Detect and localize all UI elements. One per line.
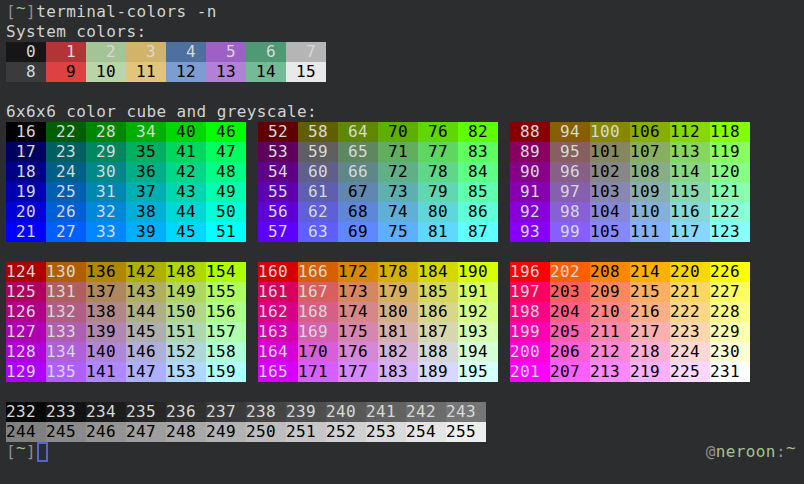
color-swatch-196: 196: [510, 262, 550, 282]
color-swatch-215: 215: [630, 282, 670, 302]
color-swatch-212: 212: [590, 342, 630, 362]
color-swatch-181: 181: [378, 322, 418, 342]
greyscale-row-1: 232233234235236237238239240241242243: [6, 402, 804, 422]
color-swatch-65: 65: [338, 142, 378, 162]
color-swatch-142: 142: [126, 262, 166, 282]
color-swatch-29: 29: [86, 142, 126, 162]
color-swatch-236: 236: [166, 402, 206, 422]
color-swatch-50: 50: [206, 202, 246, 222]
color-swatch-66: 66: [338, 162, 378, 182]
color-swatch-43: 43: [166, 182, 206, 202]
color-swatch-51: 51: [206, 222, 246, 242]
color-swatch-168: 168: [298, 302, 338, 322]
color-swatch-169: 169: [298, 322, 338, 342]
color-swatch-208: 208: [590, 262, 630, 282]
cube-block-124-line-2: 125131137143149155: [6, 282, 246, 302]
color-swatch-131: 131: [46, 282, 86, 302]
color-swatch-248: 248: [166, 422, 206, 442]
color-swatch-58: 58: [298, 122, 338, 142]
color-swatch-64: 64: [338, 122, 378, 142]
color-swatch-108: 108: [630, 162, 670, 182]
color-swatch-118: 118: [710, 122, 750, 142]
color-swatch-177: 177: [338, 362, 378, 382]
color-swatch-40: 40: [166, 122, 206, 142]
color-swatch-198: 198: [510, 302, 550, 322]
color-swatch-93: 93: [510, 222, 550, 242]
color-swatch-7: 7: [286, 42, 326, 62]
terminal-screen[interactable]: [~]terminal-colors -n System colors: 012…: [0, 0, 804, 484]
cube-block-196-line-5: 200206212218224230: [510, 342, 750, 362]
color-swatch-71: 71: [378, 142, 418, 162]
color-swatch-234: 234: [86, 402, 126, 422]
color-swatch-216: 216: [630, 302, 670, 322]
color-swatch-23: 23: [46, 142, 86, 162]
color-swatch-0: 0: [6, 42, 46, 62]
cube-block-88: 8894100106112118899510110711311990961021…: [510, 122, 750, 242]
cube-block-124-line-5: 128134140146152158: [6, 342, 246, 362]
color-swatch-22: 22: [46, 122, 86, 142]
color-swatch-53: 53: [258, 142, 298, 162]
color-swatch-45: 45: [166, 222, 206, 242]
cube-block-88-line-4: 9197103109115121: [510, 182, 750, 202]
cube-block-16-line-1: 162228344046: [6, 122, 246, 142]
color-swatch-193: 193: [458, 322, 498, 342]
color-swatch-226: 226: [710, 262, 750, 282]
prompt-bracket-close: ]: [26, 2, 36, 21]
color-swatch-231: 231: [710, 362, 750, 382]
color-swatch-222: 222: [670, 302, 710, 322]
terminal-cursor: [37, 442, 48, 462]
color-swatch-136: 136: [86, 262, 126, 282]
color-swatch-210: 210: [590, 302, 630, 322]
color-swatch-200: 200: [510, 342, 550, 362]
color-swatch-203: 203: [550, 282, 590, 302]
color-swatch-135: 135: [46, 362, 86, 382]
color-swatch-46: 46: [206, 122, 246, 142]
color-swatch-69: 69: [338, 222, 378, 242]
color-swatch-114: 114: [670, 162, 710, 182]
cube-block-196-line-1: 196202208214220226: [510, 262, 750, 282]
color-swatch-163: 163: [258, 322, 298, 342]
bottom-prompt: [~]: [6, 442, 48, 462]
color-swatch-49: 49: [206, 182, 246, 202]
command-text: terminal-colors -n: [36, 2, 217, 21]
cube-block-160: 1601661721781841901611671731791851911621…: [258, 262, 498, 382]
color-swatch-97: 97: [550, 182, 590, 202]
cube-block-52-line-4: 556167737985: [258, 182, 498, 202]
color-swatch-138: 138: [86, 302, 126, 322]
color-swatch-104: 104: [590, 202, 630, 222]
color-swatch-149: 149: [166, 282, 206, 302]
color-swatch-238: 238: [246, 402, 286, 422]
cube-block-196-line-4: 199205211217223229: [510, 322, 750, 342]
color-swatch-213: 213: [590, 362, 630, 382]
color-swatch-220: 220: [670, 262, 710, 282]
color-swatch-202: 202: [550, 262, 590, 282]
color-swatch-59: 59: [298, 142, 338, 162]
color-swatch-227: 227: [710, 282, 750, 302]
cube-block-124-line-3: 126132138144150156: [6, 302, 246, 322]
status-at-sign: @: [706, 442, 716, 461]
color-swatch-237: 237: [206, 402, 246, 422]
color-swatch-5: 5: [206, 42, 246, 62]
color-swatch-121: 121: [710, 182, 750, 202]
color-swatch-165: 165: [258, 362, 298, 382]
color-swatch-156: 156: [206, 302, 246, 322]
cube-block-row-2: 1241301361421481541251311371431491551261…: [6, 262, 804, 382]
color-swatch-155: 155: [206, 282, 246, 302]
color-swatch-144: 144: [126, 302, 166, 322]
color-swatch-101: 101: [590, 142, 630, 162]
cube-block-52-line-1: 525864707682: [258, 122, 498, 142]
cube-block-16: 1622283440461723293541471824303642481925…: [6, 122, 246, 242]
color-swatch-119: 119: [710, 142, 750, 162]
color-swatch-141: 141: [86, 362, 126, 382]
status-cwd: ~: [786, 438, 796, 457]
color-swatch-179: 179: [378, 282, 418, 302]
prompt-bracket-close: ]: [26, 442, 36, 461]
color-swatch-99: 99: [550, 222, 590, 242]
color-swatch-199: 199: [510, 322, 550, 342]
color-swatch-184: 184: [418, 262, 458, 282]
color-swatch-17: 17: [6, 142, 46, 162]
color-swatch-191: 191: [458, 282, 498, 302]
cube-block-160-line-1: 160166172178184190: [258, 262, 498, 282]
color-swatch-211: 211: [590, 322, 630, 342]
color-swatch-159: 159: [206, 362, 246, 382]
